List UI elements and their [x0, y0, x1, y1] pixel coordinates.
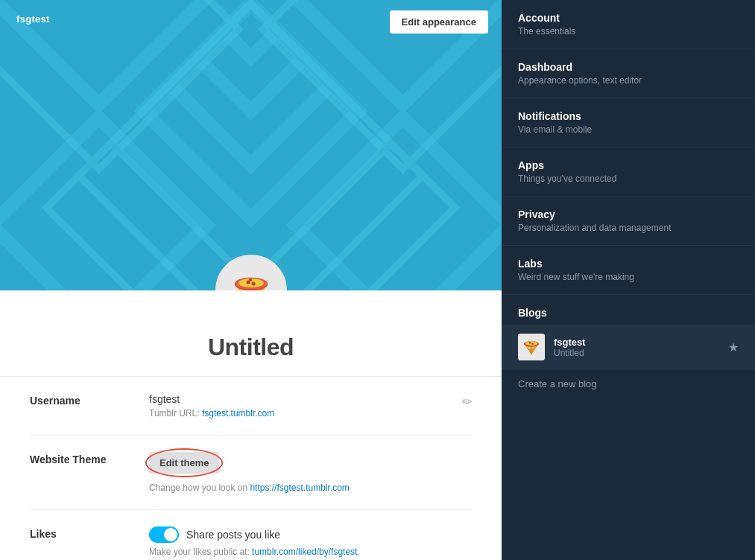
- blog-desc: Untitled: [554, 348, 719, 358]
- username-row: Username fsgtest Tumblr URL: fsgtest.tum…: [30, 377, 472, 436]
- blog-info: fsgtest Untitled: [554, 337, 719, 358]
- svg-point-22: [251, 282, 255, 286]
- svg-point-34: [525, 341, 537, 346]
- sidebar-nav-item-privacy[interactable]: Privacy Personalization and data managem…: [502, 197, 755, 246]
- likes-public-link[interactable]: tumblr.com/liked/by/fsgtest: [252, 547, 357, 557]
- sidebar-nav-item-account[interactable]: Account The essentials: [502, 0, 755, 49]
- username-value: fsgtest: [149, 393, 462, 405]
- likes-row: Likes Share posts you like Make your lik…: [30, 510, 472, 560]
- website-theme-label: Website Theme: [30, 452, 149, 465]
- nav-item-sub: Personalization and data management: [518, 223, 739, 233]
- change-look-text: Change how you look on https://fsgtest.t…: [149, 483, 472, 493]
- username-edit-icon[interactable]: ✏: [462, 393, 472, 409]
- blog-item[interactable]: fsgtest Untitled ★: [502, 325, 755, 369]
- username-label: Username: [30, 393, 149, 407]
- nav-item-title: Labs: [518, 258, 739, 270]
- svg-point-23: [249, 279, 252, 281]
- edit-theme-button[interactable]: Edit theme: [149, 452, 219, 474]
- create-blog-link[interactable]: Create a new blog: [502, 369, 755, 398]
- sidebar-nav-item-dashboard[interactable]: Dashboard Appearance options, text edito…: [502, 49, 755, 98]
- profile-info: Untitled: [0, 290, 502, 377]
- svg-point-38: [533, 347, 534, 349]
- nav-item-title: Notifications: [518, 110, 739, 122]
- nav-item-sub: Appearance options, text editor: [518, 75, 739, 86]
- diamond-pattern: [0, 0, 502, 290]
- nav-item-sub: Things you've connected: [518, 174, 739, 184]
- nav-item-title: Apps: [518, 159, 739, 171]
- tumblr-url-prefix: Tumblr URL:: [149, 408, 202, 419]
- sidebar-nav-item-labs[interactable]: Labs Weird new stuff we're making: [502, 246, 755, 295]
- sidebar-nav-item-apps[interactable]: Apps Things you've connected: [502, 147, 755, 197]
- blogs-section-label: Blogs: [502, 295, 755, 325]
- tumblr-url-link[interactable]: fsgtest.tumblr.com: [202, 408, 274, 419]
- settings-area: Username fsgtest Tumblr URL: fsgtest.tum…: [0, 377, 502, 560]
- share-posts-toggle-row: Share posts you like: [149, 526, 472, 543]
- likes-value: Share posts you like Make your likes pub…: [149, 526, 472, 557]
- nav-item-sub: Via email & mobile: [518, 124, 739, 135]
- blog-name: fsgtest: [554, 337, 719, 348]
- username-value-container: fsgtest Tumblr URL: fsgtest.tumblr.com: [149, 393, 462, 419]
- blog-avatar: [518, 334, 545, 360]
- nav-item-sub: Weird new stuff we're making: [518, 272, 739, 282]
- nav-item-title: Account: [518, 12, 739, 24]
- share-posts-toggle[interactable]: [149, 526, 179, 543]
- nav-item-title: Privacy: [518, 209, 739, 220]
- blog-star-icon[interactable]: ★: [728, 340, 739, 354]
- share-posts-label: Share posts you like: [186, 529, 280, 541]
- sidebar-nav: Account The essentials Dashboard Appeara…: [502, 0, 755, 295]
- sidebar: Account The essentials Dashboard Appeara…: [502, 0, 755, 560]
- header-username: fsgtest: [16, 13, 50, 25]
- edit-appearance-button[interactable]: Edit appearance: [390, 10, 488, 34]
- website-theme-row: Website Theme Edit theme Change how you …: [30, 436, 472, 510]
- change-look-prefix: Change how you look on: [149, 483, 250, 493]
- svg-point-36: [531, 343, 533, 344]
- nav-item-title: Dashboard: [518, 61, 739, 73]
- likes-public-prefix: Make your likes public at:: [149, 547, 252, 557]
- likes-label: Likes: [30, 526, 149, 540]
- likes-public-text: Make your likes public at: tumblr.com/li…: [149, 547, 472, 557]
- svg-point-35: [529, 342, 531, 343]
- main-content: fsgtest Edit appearance: [0, 0, 502, 560]
- website-theme-value: Edit theme Change how you look on https:…: [149, 452, 472, 493]
- profile-display-name: Untitled: [0, 334, 502, 361]
- profile-header: fsgtest Edit appearance: [0, 0, 502, 290]
- change-look-link[interactable]: https://fsgtest.tumblr.com: [250, 483, 349, 493]
- tumblr-url: Tumblr URL: fsgtest.tumblr.com: [149, 408, 462, 419]
- sidebar-nav-item-notifications[interactable]: Notifications Via email & mobile: [502, 98, 755, 147]
- nav-item-sub: The essentials: [518, 26, 739, 36]
- svg-point-37: [529, 347, 531, 349]
